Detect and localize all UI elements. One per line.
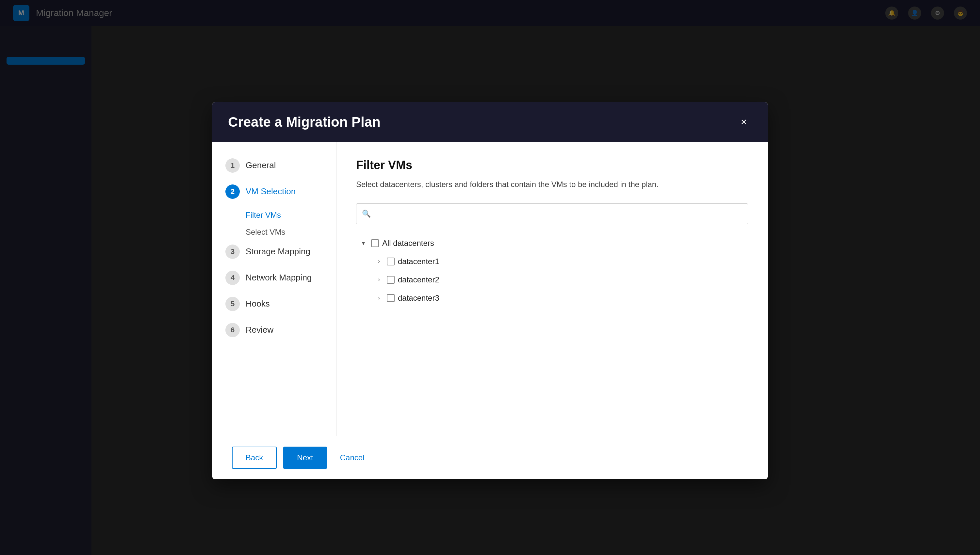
dc1-checkbox[interactable] [387, 258, 395, 265]
root-checkbox[interactable] [371, 239, 379, 247]
step-4-label: Network Mapping [246, 273, 312, 283]
create-migration-plan-modal: Create a Migration Plan × 1 General [212, 102, 768, 479]
cancel-button[interactable]: Cancel [334, 447, 371, 468]
modal-body: 1 General 2 VM Selection Filter VMs [212, 142, 768, 436]
dc2-label: datacenter2 [398, 275, 439, 284]
step-6-number: 6 [225, 323, 240, 337]
modal-header: Create a Migration Plan × [212, 102, 768, 142]
dc3-checkbox[interactable] [387, 294, 395, 302]
step-vm-selection[interactable]: 2 VM Selection [225, 184, 323, 199]
search-input[interactable] [356, 204, 748, 224]
datacenter-tree: ▾ All datacenters › datacenter1 [356, 234, 748, 307]
root-collapse-icon[interactable]: ▾ [359, 239, 368, 248]
step-5-number: 5 [225, 297, 240, 311]
sub-step-select-vms[interactable]: Select VMs [225, 228, 323, 237]
modal-overlay: Create a Migration Plan × 1 General [0, 0, 980, 555]
dc1-expand-icon[interactable]: › [374, 257, 384, 266]
tree-children: › datacenter1 › datacenter2 [356, 252, 748, 307]
step-network-mapping[interactable]: 4 Network Mapping [225, 271, 323, 285]
tree-datacenter1-row[interactable]: › datacenter1 [372, 252, 748, 271]
step-1-label: General [246, 160, 276, 170]
app-shell: M Migration Manager 🔔 👤 ⚙ 👨 Create a Mig… [0, 0, 980, 555]
tree-datacenter2-row[interactable]: › datacenter2 [372, 271, 748, 289]
step-6-label: Review [246, 325, 273, 335]
modal-title: Create a Migration Plan [228, 114, 381, 130]
modal-footer: Back Next Cancel [212, 436, 768, 479]
next-button[interactable]: Next [283, 447, 327, 469]
sub-step-select-label: Select VMs [246, 228, 285, 236]
content-description: Select datacenters, clusters and folders… [356, 178, 748, 190]
step-general[interactable]: 1 General [225, 158, 323, 173]
search-icon: 🔍 [362, 210, 371, 218]
root-label: All datacenters [382, 239, 434, 248]
step-1-number: 1 [225, 158, 240, 173]
tree-datacenter3-row[interactable]: › datacenter3 [372, 289, 748, 307]
step-2-number: 2 [225, 184, 240, 199]
sub-step-filter-label: Filter VMs [246, 210, 281, 220]
step-review[interactable]: 6 Review [225, 323, 323, 337]
close-button[interactable]: × [736, 114, 752, 130]
content-panel: Filter VMs Select datacenters, clusters … [336, 142, 768, 436]
search-container: 🔍 [356, 204, 748, 224]
step-storage-mapping[interactable]: 3 Storage Mapping [225, 244, 323, 259]
tree-root-row[interactable]: ▾ All datacenters [356, 234, 748, 252]
dc3-label: datacenter3 [398, 294, 439, 303]
dc1-label: datacenter1 [398, 257, 439, 266]
sub-step-filter-vms[interactable]: Filter VMs [225, 210, 323, 220]
content-title: Filter VMs [356, 158, 748, 172]
step-5-label: Hooks [246, 299, 270, 309]
step-hooks[interactable]: 5 Hooks [225, 297, 323, 311]
dc3-expand-icon[interactable]: › [374, 294, 384, 303]
dc2-checkbox[interactable] [387, 276, 395, 284]
steps-panel: 1 General 2 VM Selection Filter VMs [212, 142, 336, 436]
step-3-label: Storage Mapping [246, 247, 310, 257]
back-button[interactable]: Back [232, 447, 277, 469]
step-3-number: 3 [225, 244, 240, 259]
step-4-number: 4 [225, 271, 240, 285]
dc2-expand-icon[interactable]: › [374, 275, 384, 284]
step-2-label: VM Selection [246, 186, 296, 197]
